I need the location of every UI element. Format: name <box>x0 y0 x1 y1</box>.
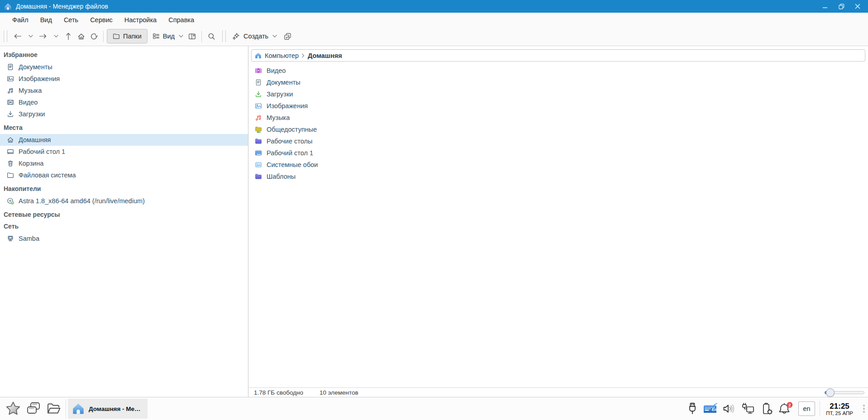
clock-date: ПТ, 25 АПР <box>826 410 853 416</box>
file-list[interactable]: Видео Документы Загрузки Изображения Муз… <box>248 64 868 387</box>
folder-icon <box>7 172 14 179</box>
sidebar-item-music[interactable]: Музыка <box>0 85 248 96</box>
network-computer-icon <box>7 235 14 242</box>
sidebar-item-downloads[interactable]: Загрузки <box>0 108 248 120</box>
breadcrumb-current[interactable]: Домашняя <box>308 52 342 59</box>
volume-tray-icon[interactable] <box>721 399 738 418</box>
file-label: Системные обои <box>267 161 318 168</box>
active-task-button[interactable]: Домашняя - Ме… <box>68 399 148 419</box>
image-icon <box>7 75 14 82</box>
minimize-button[interactable] <box>819 1 831 12</box>
file-row-video[interactable]: Видео <box>248 65 868 76</box>
clock-widget[interactable]: 21:25 ПТ, 25 АПР <box>820 401 859 417</box>
menu-settings[interactable]: Настройка <box>119 14 162 25</box>
file-row-documents[interactable]: Документы <box>248 76 868 88</box>
statusbar: 1.78 ГБ свободно 10 элементов <box>248 387 868 397</box>
file-manager-launcher[interactable] <box>43 399 64 418</box>
menu-service[interactable]: Сервис <box>84 14 119 25</box>
close-icon <box>855 4 860 9</box>
file-row-desktop1[interactable]: Рабочий стол 1 <box>248 147 868 159</box>
file-row-desktops[interactable]: Рабочие столы <box>248 135 868 147</box>
titlebar[interactable]: Домашняя - Менеджер файлов <box>0 0 868 13</box>
system-tray: en 21:25 ПТ, 25 АПР <box>684 399 867 418</box>
sidebar-item-label: Музыка <box>19 87 42 94</box>
breadcrumb-root[interactable]: Компьютер <box>265 52 299 59</box>
search-button[interactable] <box>205 29 218 43</box>
sidebar-item-astra-medium[interactable]: Astra 1.8_x86-64 amd64 (/run/live/medium… <box>0 195 248 207</box>
keyboard-layout-tray-icon[interactable] <box>702 399 720 418</box>
copy-check-icon <box>284 33 291 40</box>
search-icon <box>208 33 215 40</box>
create-button[interactable]: Создать <box>230 29 279 43</box>
sidebar-item-home[interactable]: Домашняя <box>0 134 248 146</box>
menu-file[interactable]: Файл <box>6 14 34 25</box>
copy-path-button[interactable] <box>281 29 294 43</box>
usb-devices-tray-icon[interactable] <box>684 399 701 418</box>
menu-network[interactable]: Сеть <box>58 14 84 25</box>
split-view-button[interactable] <box>186 29 198 43</box>
sidebar-item-documents[interactable]: Документы <box>0 61 248 73</box>
back-button[interactable] <box>11 29 24 43</box>
items-count-label: 10 элементов <box>320 389 358 396</box>
open-folder-icon <box>46 401 62 416</box>
window-switcher-button[interactable] <box>23 399 43 418</box>
back-history-dropdown[interactable] <box>24 29 37 43</box>
file-row-pictures[interactable]: Изображения <box>248 100 868 112</box>
file-row-downloads[interactable]: Загрузки <box>248 88 868 100</box>
sidebar-item-filesystem[interactable]: Файловая система <box>0 169 248 181</box>
toolbar-grip[interactable] <box>222 30 226 42</box>
document-icon <box>255 79 262 86</box>
desktop-icon <box>7 148 14 155</box>
file-label: Общедоступные <box>267 126 317 133</box>
language-indicator[interactable]: en <box>798 401 815 416</box>
slider-handle[interactable] <box>826 388 835 397</box>
sidebar-item-desktop1[interactable]: Рабочий стол 1 <box>0 146 248 158</box>
forward-icon <box>39 33 47 39</box>
sidebar-item-label: Документы <box>19 63 52 71</box>
close-button[interactable] <box>852 1 863 12</box>
shared-folder-icon <box>255 126 262 133</box>
sidebar-item-label: Загрузки <box>19 110 45 118</box>
icon-size-slider[interactable] <box>825 388 864 397</box>
music-icon <box>255 114 262 121</box>
app-home-icon <box>4 3 12 10</box>
toolbar: Папки Вид Создать <box>0 27 868 46</box>
breadcrumb[interactable]: Компьютер Домашняя <box>251 49 865 62</box>
file-row-templates[interactable]: Шаблоны <box>248 171 868 182</box>
sidebar-section-favorites: Избранное <box>0 47 248 61</box>
file-row-wallpapers[interactable]: Системные обои <box>248 159 868 171</box>
menu-help[interactable]: Справка <box>162 14 200 25</box>
desktop-icon <box>255 149 262 157</box>
up-button[interactable] <box>62 29 75 43</box>
toolbar-grip[interactable] <box>4 30 7 42</box>
network-tray-icon[interactable] <box>739 399 757 418</box>
menu-view[interactable]: Вид <box>34 14 58 25</box>
sidebar-item-label: Домашняя <box>19 136 51 143</box>
home-icon <box>77 33 85 40</box>
refresh-icon <box>90 33 98 40</box>
view-mode-button[interactable]: Вид <box>150 29 186 43</box>
sidebar-item-videos[interactable]: Видео <box>0 96 248 108</box>
task-title: Домашняя - Ме… <box>89 406 141 412</box>
panel-handle[interactable] <box>861 399 867 418</box>
file-row-music[interactable]: Музыка <box>248 112 868 124</box>
forward-history-dropdown[interactable] <box>49 29 62 43</box>
sidebar-item-label: Изображения <box>19 75 60 82</box>
sidebar-item-pictures[interactable]: Изображения <box>0 73 248 85</box>
refresh-button[interactable] <box>87 29 100 43</box>
create-button-label: Создать <box>243 33 268 40</box>
home-button[interactable] <box>75 29 87 43</box>
restore-button[interactable] <box>835 1 847 12</box>
file-row-public[interactable]: Общедоступные <box>248 124 868 135</box>
up-icon <box>65 32 72 40</box>
create-new-icon <box>233 33 240 40</box>
forward-button[interactable] <box>37 29 49 43</box>
sidebar-item-trash[interactable]: Корзина <box>0 158 248 169</box>
power-settings-tray-icon[interactable] <box>758 399 775 418</box>
notifications-tray-icon[interactable] <box>777 399 794 418</box>
folders-panel-toggle[interactable]: Папки <box>107 29 148 43</box>
home-icon <box>7 136 14 143</box>
start-menu-button[interactable] <box>3 399 23 418</box>
sidebar-item-samba[interactable]: Samba <box>0 233 248 244</box>
download-icon <box>7 110 14 118</box>
